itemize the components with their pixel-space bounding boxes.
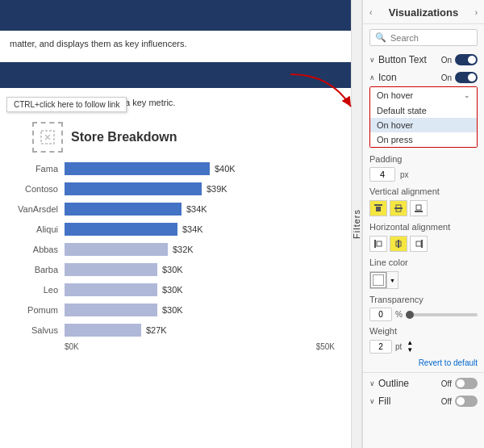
line-color-row: ▼ <box>363 269 484 291</box>
visualizations-header: ‹ Visualizations › <box>363 0 484 24</box>
bar-value: $34K <box>186 204 207 214</box>
button-text-section[interactable]: ∨ Button Text On <box>363 51 484 69</box>
icon-toggle[interactable] <box>455 72 478 83</box>
transparency-row: % <box>363 306 484 323</box>
dropdown-header[interactable]: On hover ⌄ <box>370 87 477 103</box>
svg-rect-14 <box>416 241 421 246</box>
bar-row: Contoso$39K <box>65 181 335 197</box>
bar-container: $32K <box>65 243 335 256</box>
bar-value: $32K <box>173 245 194 254</box>
filters-tab[interactable]: Filters <box>351 0 362 448</box>
right-panel: ‹ Visualizations › 🔍 ∨ Button Text On ∧ … <box>362 0 484 448</box>
icon-state: On <box>441 73 452 82</box>
weight-up-icon[interactable]: ▲ <box>407 339 413 346</box>
horizontal-alignment-label: Horizontal alignment <box>363 219 484 233</box>
bar-label: Aliqui <box>12 224 65 234</box>
tooltip-box[interactable]: CTRL+click here to follow link <box>6 97 127 112</box>
bar-row: Aliqui$34K <box>65 221 335 237</box>
bar-fill <box>65 223 177 236</box>
bar-row: VanArsdel$34K <box>65 201 335 217</box>
dropdown-option-default[interactable]: Default state <box>370 103 477 118</box>
search-box[interactable]: 🔍 <box>369 29 478 46</box>
bar-container: $34K <box>65 223 335 236</box>
fill-section[interactable]: ∨ Fill Off <box>363 392 484 410</box>
align-center-btn[interactable] <box>390 236 407 252</box>
bar-label: Abbas <box>12 245 65 254</box>
weight-down-icon[interactable]: ▼ <box>407 346 413 354</box>
weight-spinner[interactable]: ▲ ▼ <box>407 339 413 354</box>
axis-label-start: $0K <box>65 342 79 351</box>
search-input[interactable] <box>390 33 472 43</box>
tooltip-text: CTRL+click here to follow link <box>14 100 119 109</box>
align-top-btn[interactable] <box>369 200 387 216</box>
button-text-label: Button Text <box>378 54 441 65</box>
filters-label: Filters <box>352 209 361 239</box>
forward-chevron-icon[interactable]: › <box>475 8 478 17</box>
fill-toggle[interactable] <box>455 396 478 407</box>
bar-container: $30K <box>65 263 335 276</box>
transparency-input[interactable] <box>369 308 392 321</box>
bar-fill <box>65 203 182 216</box>
align-middle-btn[interactable] <box>390 200 407 216</box>
align-right-btn[interactable] <box>410 236 428 252</box>
weight-input[interactable] <box>369 340 392 354</box>
align-bottom-btn[interactable] <box>410 200 428 216</box>
padding-input[interactable] <box>369 167 395 182</box>
svg-rect-7 <box>415 211 423 212</box>
color-swatch[interactable] <box>370 272 386 288</box>
weight-label: Weight <box>363 323 484 337</box>
icon-chevron: ∧ <box>369 73 375 82</box>
bar-container: $30K <box>65 304 335 316</box>
text1: matter, and displays them as key influen… <box>10 39 187 48</box>
fill-toggle-container: Off <box>441 396 478 407</box>
dropdown-option-hover[interactable]: On hover <box>370 118 477 132</box>
bar-fill <box>65 324 141 337</box>
text-area-1: matter, and displays them as key influen… <box>0 31 351 57</box>
color-dropdown-btn[interactable]: ▼ <box>386 272 398 288</box>
bar-chart: Fama$40KContoso$39KVanArsdel$34KAliqui$3… <box>8 161 343 338</box>
revert-row: Revert to default <box>363 355 484 371</box>
back-chevron-icon[interactable]: ‹ <box>369 8 372 17</box>
transparency-slider-track[interactable] <box>406 313 478 316</box>
bar-value: $34K <box>182 224 203 234</box>
button-text-toggle[interactable] <box>455 54 478 65</box>
padding-unit: px <box>400 170 409 179</box>
bar-row: Fama$40K <box>65 161 335 177</box>
bar-label: Contoso <box>12 184 65 194</box>
svg-rect-3 <box>374 204 382 206</box>
bar-fill <box>65 304 157 316</box>
divider-1 <box>363 372 484 373</box>
svg-rect-8 <box>416 205 421 210</box>
transparency-unit: % <box>395 310 403 319</box>
bar-value: $27K <box>146 325 167 335</box>
icon-section[interactable]: ∧ Icon On <box>363 69 484 86</box>
bar-fill <box>65 263 157 276</box>
bar-container: $40K <box>65 162 335 175</box>
weight-row: pt ▲ ▼ <box>363 337 484 355</box>
padding-label: Padding <box>363 151 484 165</box>
bar-label: Salvus <box>12 325 65 335</box>
fill-chevron: ∨ <box>369 397 375 405</box>
svg-rect-4 <box>376 207 381 211</box>
color-btn-group[interactable]: ▼ <box>369 271 398 289</box>
bar-row: Pomum$30K <box>65 302 335 318</box>
transparency-slider-thumb[interactable] <box>406 311 414 319</box>
chart-title-row: Store Breakdown <box>8 122 343 153</box>
chart-title: Store Breakdown <box>71 130 177 144</box>
bar-row: Barba$30K <box>65 262 335 278</box>
bar-value: $40K <box>215 164 236 174</box>
bar-container: $27K <box>65 324 335 337</box>
outline-section[interactable]: ∨ Outline Off <box>363 375 484 392</box>
outline-toggle[interactable] <box>455 378 478 389</box>
fill-state: Off <box>441 397 452 406</box>
revert-link[interactable]: Revert to default <box>419 358 478 367</box>
button-text-toggle-container: On <box>441 54 478 65</box>
chart-area: Store Breakdown Fama$40KContoso$39KVanAr… <box>8 122 343 351</box>
outline-label: Outline <box>378 378 441 389</box>
line-color-label: Line color <box>363 254 484 269</box>
dropdown-option-press[interactable]: On press <box>370 132 477 147</box>
icon-dropdown[interactable]: On hover ⌄ Default state On hover On pre… <box>369 86 478 148</box>
vertical-alignment-row <box>363 198 484 219</box>
align-left-btn[interactable] <box>369 236 387 252</box>
blue-bar-mid <box>0 62 351 88</box>
